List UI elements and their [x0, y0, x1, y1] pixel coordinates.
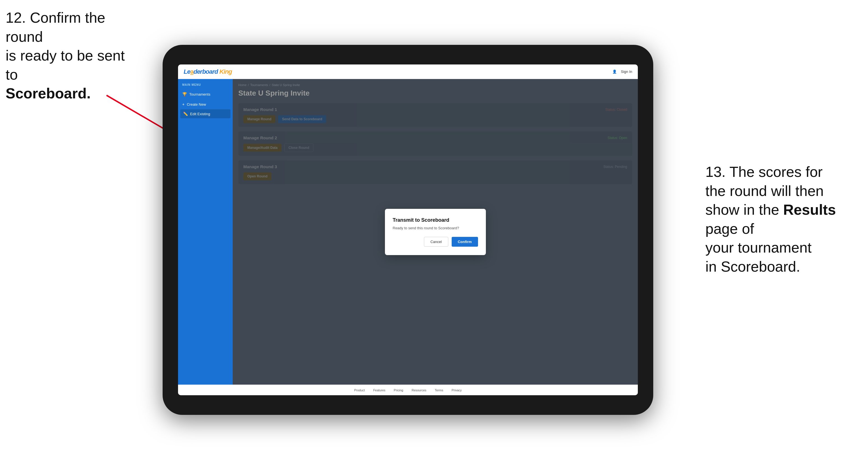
- instruction-bold: Scoreboard.: [6, 85, 91, 101]
- step-number-right: 13.: [705, 164, 730, 180]
- tablet-device: Leaderboard King 👤 Sign In MAIN MENU 🏆 T…: [163, 45, 653, 415]
- footer-resources[interactable]: Resources: [411, 388, 427, 392]
- content-area: MAIN MENU 🏆 Tournaments + Create New ✏️ …: [178, 79, 638, 384]
- transmit-modal: Transmit to Scoreboard Ready to send thi…: [385, 209, 486, 255]
- user-icon: 👤: [612, 69, 617, 74]
- instruction-right-line3: show in the: [705, 201, 783, 218]
- tablet-screen: Leaderboard King 👤 Sign In MAIN MENU 🏆 T…: [178, 64, 638, 395]
- footer-pricing[interactable]: Pricing: [394, 388, 403, 392]
- top-nav: Leaderboard King 👤 Sign In: [178, 64, 638, 79]
- instruction-right-line5: your tournament: [705, 239, 812, 256]
- plus-icon: +: [182, 102, 184, 106]
- sidebar-item-create-new[interactable]: + Create New: [178, 99, 233, 109]
- instruction-line2: is ready to be sent to: [6, 48, 125, 83]
- tournaments-label: Tournaments: [189, 92, 210, 96]
- main-panel: Home / Tournaments / State U Spring Invi…: [233, 79, 638, 384]
- create-new-label: Create New: [187, 102, 206, 106]
- modal-title: Transmit to Scoreboard: [393, 217, 478, 223]
- modal-overlay: Transmit to Scoreboard Ready to send thi…: [233, 79, 638, 384]
- instruction-right-line4: page of: [705, 221, 754, 237]
- logo-area: Leaderboard King: [184, 68, 232, 75]
- footer-product[interactable]: Product: [354, 388, 365, 392]
- cancel-button[interactable]: Cancel: [424, 237, 448, 247]
- edit-icon: ✏️: [183, 112, 188, 116]
- footer-features[interactable]: Features: [373, 388, 385, 392]
- trophy-icon: 🏆: [182, 92, 187, 96]
- sidebar-item-tournaments[interactable]: 🏆 Tournaments: [178, 89, 233, 99]
- instruction-top: 12. Confirm the round is ready to be sen…: [6, 8, 140, 103]
- confirm-button[interactable]: Confirm: [452, 237, 478, 247]
- sidebar: MAIN MENU 🏆 Tournaments + Create New ✏️ …: [178, 79, 233, 384]
- footer-privacy[interactable]: Privacy: [452, 388, 462, 392]
- step-number: 12.: [6, 9, 30, 26]
- instruction-right-line6: in Scoreboard.: [705, 258, 800, 275]
- screen-footer: Product Features Pricing Resources Terms…: [178, 384, 638, 395]
- footer-terms[interactable]: Terms: [435, 388, 443, 392]
- menu-label: MAIN MENU: [178, 83, 233, 89]
- instruction-right: 13. The scores for the round will then s…: [705, 163, 851, 276]
- instruction-right-line1: The scores for: [730, 164, 823, 180]
- modal-subtitle: Ready to send this round to Scoreboard?: [393, 226, 478, 230]
- sidebar-item-edit-existing[interactable]: ✏️ Edit Existing: [180, 109, 230, 118]
- instruction-right-bold: Results: [783, 201, 836, 218]
- logo-text: Leaderboard King: [184, 68, 232, 75]
- modal-buttons: Cancel Confirm: [393, 237, 478, 247]
- sign-in-button[interactable]: Sign In: [621, 69, 632, 74]
- edit-existing-label: Edit Existing: [190, 112, 210, 116]
- instruction-right-line2: the round will then: [705, 183, 824, 199]
- nav-right: 👤 Sign In: [612, 69, 632, 74]
